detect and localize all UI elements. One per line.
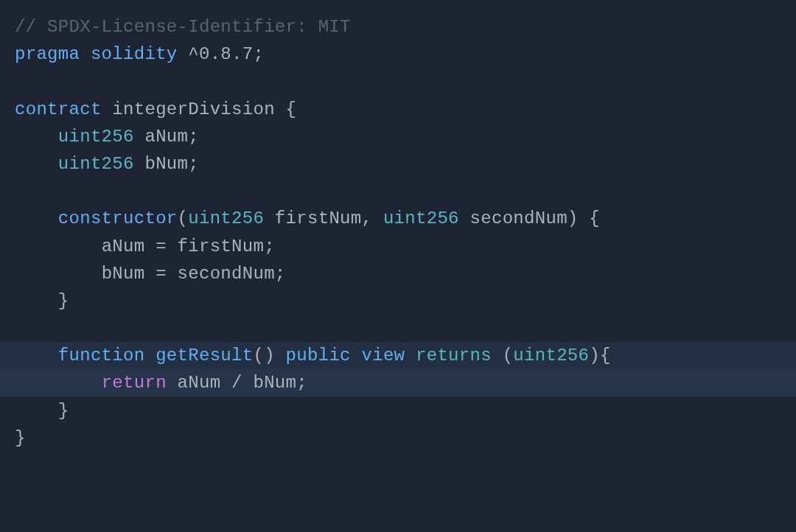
code-line-11: } [15, 287, 781, 315]
type-uint256: uint256 [513, 346, 589, 365]
type-uint256: uint256 [58, 127, 134, 147]
code-line-15: } [15, 397, 781, 424]
keyword-returns: returns [416, 346, 492, 365]
code-line-10: bNum = secondNum; [15, 260, 781, 287]
return-expression: aNum / bNum; [167, 373, 307, 393]
param-firstNum: firstNum [264, 209, 361, 228]
code-line-6: uint256 bNum; [15, 150, 781, 178]
keyword-public: public [286, 346, 351, 365]
function-name: getResult [144, 346, 253, 365]
code-line-1: // SPDX-License-Identifier: MIT [15, 13, 781, 41]
assignment: aNum = firstNum; [102, 237, 275, 256]
version: ^0.8.7 [188, 44, 253, 64]
code-line-7 [15, 178, 781, 205]
keyword-solidity: solidity [91, 44, 178, 64]
code-line-2: pragma solidity ^0.8.7; [15, 41, 781, 68]
code-line-13: function getResult() public view returns… [0, 342, 796, 369]
code-line-4: contract integerDivision { [15, 96, 781, 123]
assignment: bNum = secondNum; [102, 264, 286, 284]
code-line-5: uint256 aNum; [15, 123, 781, 150]
code-line-9: aNum = firstNum; [15, 233, 781, 260]
comment: // SPDX-License-Identifier: MIT [15, 17, 351, 37]
code-line-8: constructor(uint256 firstNum, uint256 se… [15, 205, 781, 232]
code-line-16: } [15, 424, 781, 452]
param-secondNum: secondNum [459, 209, 568, 228]
keyword-contract: contract [15, 99, 102, 119]
code-line-14: return aNum / bNum; [0, 369, 796, 396]
keyword-pragma: pragma [15, 44, 80, 64]
code-line-3 [15, 68, 781, 95]
var-bNum: bNum [134, 154, 189, 174]
code-editor[interactable]: // SPDX-License-Identifier: MIT pragma s… [15, 13, 781, 452]
keyword-constructor: constructor [58, 209, 178, 228]
type-uint256: uint256 [58, 154, 134, 174]
type-uint256: uint256 [383, 209, 459, 228]
keyword-return: return [102, 373, 167, 393]
brace-close: } [58, 291, 69, 311]
keyword-function: function [58, 346, 145, 365]
type-uint256: uint256 [188, 209, 264, 228]
contract-name: integerDivision [112, 99, 275, 119]
keyword-view: view [362, 346, 405, 365]
code-line-12 [15, 315, 781, 342]
brace-close: } [15, 428, 26, 448]
var-aNum: aNum [134, 127, 189, 147]
brace-close: } [58, 401, 69, 421]
